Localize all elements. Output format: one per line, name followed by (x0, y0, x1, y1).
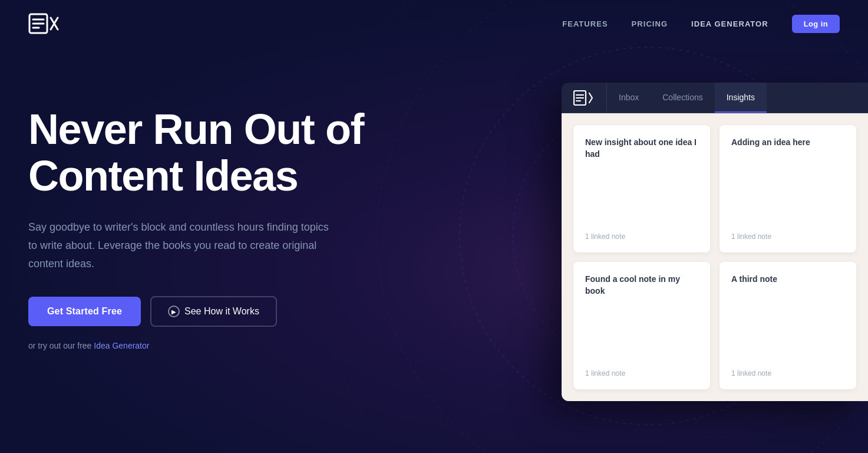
app-preview: Inbox Collections Insights New insight a… (562, 83, 868, 401)
note-card-1-title: New insight about one idea I had (585, 137, 698, 160)
tab-inbox[interactable]: Inbox (607, 83, 651, 113)
get-started-button[interactable]: Get Started Free (28, 297, 141, 326)
note-card-4-linked: 1 linked note (731, 360, 844, 378)
app-logo-icon (573, 90, 595, 106)
see-how-button[interactable]: ▶ See How it Works (150, 296, 277, 327)
note-card-1: New insight about one idea I had 1 linke… (573, 125, 710, 252)
tab-collections[interactable]: Collections (651, 83, 714, 113)
login-button[interactable]: Log in (792, 15, 840, 33)
note-card-2-linked: 1 linked note (731, 223, 844, 241)
app-content: New insight about one idea I had 1 linke… (562, 113, 868, 401)
note-card-2: Adding an idea here 1 linked note (720, 125, 856, 252)
note-card-3-linked: 1 linked note (585, 360, 698, 378)
hero-title: Never Run Out of Content Ideas (28, 106, 476, 199)
nav-features[interactable]: FEATURES (562, 19, 608, 28)
note-card-1-linked: 1 linked note (585, 223, 698, 241)
idea-generator-link[interactable]: Idea Generator (94, 341, 149, 350)
play-icon: ▶ (168, 306, 180, 317)
hero-section: Never Run Out of Content Ideas Say goodb… (0, 47, 868, 453)
note-card-3-title: Found a cool note in my book (585, 274, 698, 297)
nav-idea-generator[interactable]: IDEA GENERATOR (691, 19, 768, 28)
nav-pricing[interactable]: PRICING (632, 19, 668, 28)
cta-buttons: Get Started Free ▶ See How it Works (28, 296, 476, 327)
logo-icon (28, 12, 59, 35)
logo[interactable] (28, 12, 59, 35)
app-tabs: Inbox Collections Insights (607, 83, 767, 113)
note-card-3: Found a cool note in my book 1 linked no… (573, 262, 710, 389)
navbar: FEATURES PRICING IDEA GENERATOR Log in (0, 0, 868, 47)
hero-subtitle: Say goodbye to writer's block and countl… (28, 218, 335, 273)
app-logo (562, 83, 607, 113)
try-link-text: or try out our free Idea Generator (28, 341, 476, 350)
nav-links: FEATURES PRICING IDEA GENERATOR Log in (562, 15, 840, 33)
app-header: Inbox Collections Insights (562, 83, 868, 113)
tab-insights[interactable]: Insights (715, 83, 767, 113)
note-card-4-title: A third note (731, 274, 844, 285)
note-card-2-title: Adding an idea here (731, 137, 844, 149)
note-card-4: A third note 1 linked note (720, 262, 856, 389)
hero-text: Never Run Out of Content Ideas Say goodb… (28, 83, 476, 350)
